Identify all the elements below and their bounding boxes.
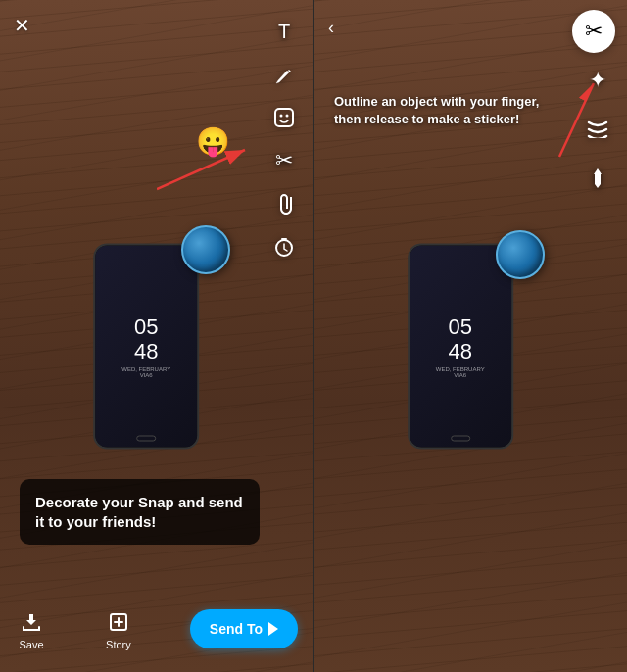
phone-screen-right: 05 48 WED, FEBRUARYVIA6: [410, 246, 511, 448]
scissors-circle-button[interactable]: ✂: [572, 10, 615, 53]
sparkle-icon[interactable]: ✦: [580, 63, 615, 98]
svg-rect-10: [595, 174, 601, 184]
svg-point-2: [286, 115, 289, 118]
send-to-button[interactable]: Send To: [190, 609, 298, 648]
tooltip-box: Decorate your Snap and send it to your f…: [20, 479, 260, 545]
phone-mockup-right: 05 48 WED, FEBRUARYVIA6: [408, 244, 513, 450]
bottom-bar-left: Save Story Send To: [0, 596, 314, 672]
send-to-label: Send To: [210, 621, 263, 637]
phone-mockup-left: 05 48 WED, FEBRUARYVIA6: [93, 244, 199, 450]
right-toolbar: ✦: [580, 63, 615, 196]
instruction-text: Outline an object with your finger, then…: [334, 93, 568, 128]
phone-time-right: 05 48: [448, 315, 471, 362]
blue-cap-right: [496, 230, 545, 279]
emoji-sticker: 😛: [196, 125, 230, 158]
back-button[interactable]: ‹: [328, 18, 334, 38]
phone-screen-left: 05 48 WED, FEBRUARYVIA6: [95, 246, 197, 448]
blue-cap-left: [181, 225, 230, 274]
left-panel: ✕ T ✂: [0, 0, 314, 672]
lines-icon[interactable]: [580, 112, 615, 147]
pen-icon[interactable]: [580, 161, 615, 196]
save-button[interactable]: Save: [16, 608, 47, 650]
phone-time-left: 05 48: [134, 315, 158, 362]
scissors-tool-icon[interactable]: ✂: [266, 143, 302, 178]
svg-point-1: [280, 115, 283, 118]
svg-rect-4: [281, 238, 287, 240]
story-label: Story: [106, 639, 131, 650]
phone-home-btn-left: [136, 436, 156, 442]
phone-date-right: WED, FEBRUARYVIA6: [436, 365, 485, 377]
paperclip-tool-icon[interactable]: [266, 186, 302, 221]
story-icon: [103, 608, 134, 636]
pencil-tool-icon[interactable]: [266, 57, 302, 92]
sticker-tool-icon[interactable]: [266, 100, 302, 135]
text-tool-icon[interactable]: T: [266, 14, 302, 49]
left-toolbar: T ✂: [266, 14, 302, 264]
timer-tool-icon[interactable]: [266, 229, 302, 264]
phone-home-btn-right: [451, 436, 470, 442]
right-panel: ‹ ✂ Outline an object with your finger, …: [314, 0, 627, 672]
story-button[interactable]: Story: [103, 608, 134, 650]
save-icon: [16, 608, 47, 636]
svg-rect-0: [275, 109, 293, 126]
save-label: Save: [19, 639, 43, 650]
send-arrow-icon: [268, 622, 278, 636]
phone-date-left: WED, FEBRUARYVIA6: [121, 365, 170, 377]
close-button[interactable]: ✕: [14, 14, 30, 37]
